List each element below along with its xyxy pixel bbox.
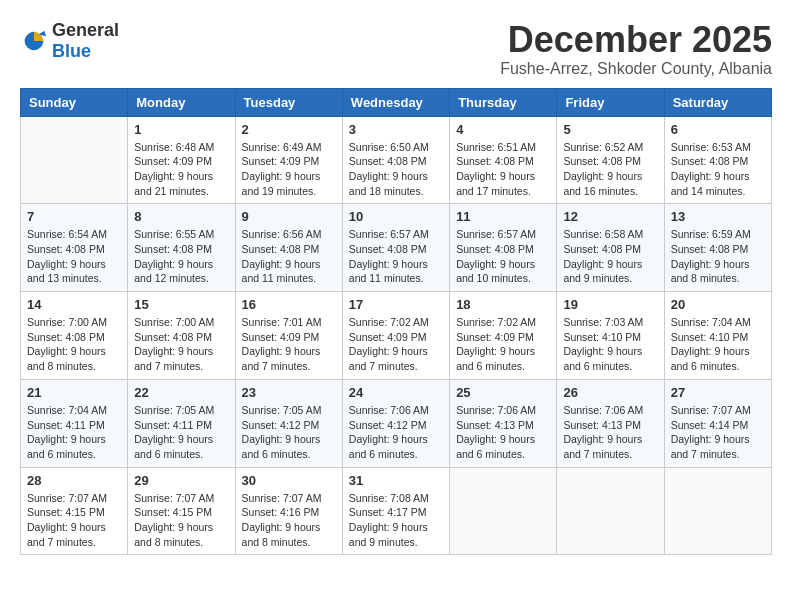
day-number: 22 [134,385,228,400]
logo-blue: Blue [52,41,91,61]
table-row: 6Sunrise: 6:53 AM Sunset: 4:08 PM Daylig… [664,116,771,204]
day-number: 31 [349,473,443,488]
day-info: Sunrise: 7:08 AM Sunset: 4:17 PM Dayligh… [349,491,443,550]
table-row: 21Sunrise: 7:04 AM Sunset: 4:11 PM Dayli… [21,379,128,467]
table-row: 23Sunrise: 7:05 AM Sunset: 4:12 PM Dayli… [235,379,342,467]
day-number: 25 [456,385,550,400]
month-title: December 2025 [500,20,772,60]
table-row: 13Sunrise: 6:59 AM Sunset: 4:08 PM Dayli… [664,204,771,292]
table-row: 2Sunrise: 6:49 AM Sunset: 4:09 PM Daylig… [235,116,342,204]
day-number: 26 [563,385,657,400]
day-number: 23 [242,385,336,400]
day-number: 30 [242,473,336,488]
table-row [557,467,664,555]
day-info: Sunrise: 6:49 AM Sunset: 4:09 PM Dayligh… [242,140,336,199]
day-number: 13 [671,209,765,224]
day-info: Sunrise: 7:07 AM Sunset: 4:15 PM Dayligh… [27,491,121,550]
logo-general: General [52,20,119,40]
day-info: Sunrise: 6:48 AM Sunset: 4:09 PM Dayligh… [134,140,228,199]
day-info: Sunrise: 7:00 AM Sunset: 4:08 PM Dayligh… [27,315,121,374]
day-info: Sunrise: 6:59 AM Sunset: 4:08 PM Dayligh… [671,227,765,286]
day-number: 6 [671,122,765,137]
calendar-week-3: 14Sunrise: 7:00 AM Sunset: 4:08 PM Dayli… [21,292,772,380]
location-title: Fushe-Arrez, Shkoder County, Albania [500,60,772,78]
table-row: 4Sunrise: 6:51 AM Sunset: 4:08 PM Daylig… [450,116,557,204]
table-row [450,467,557,555]
table-row: 5Sunrise: 6:52 AM Sunset: 4:08 PM Daylig… [557,116,664,204]
table-row: 14Sunrise: 7:00 AM Sunset: 4:08 PM Dayli… [21,292,128,380]
title-area: December 2025 Fushe-Arrez, Shkoder Count… [500,20,772,78]
table-row: 9Sunrise: 6:56 AM Sunset: 4:08 PM Daylig… [235,204,342,292]
day-info: Sunrise: 7:06 AM Sunset: 4:13 PM Dayligh… [563,403,657,462]
day-number: 24 [349,385,443,400]
table-row: 11Sunrise: 6:57 AM Sunset: 4:08 PM Dayli… [450,204,557,292]
day-number: 17 [349,297,443,312]
day-info: Sunrise: 6:57 AM Sunset: 4:08 PM Dayligh… [456,227,550,286]
header: General Blue December 2025 Fushe-Arrez, … [20,20,772,78]
header-tuesday: Tuesday [235,88,342,116]
header-friday: Friday [557,88,664,116]
day-info: Sunrise: 6:57 AM Sunset: 4:08 PM Dayligh… [349,227,443,286]
day-info: Sunrise: 7:02 AM Sunset: 4:09 PM Dayligh… [349,315,443,374]
day-info: Sunrise: 6:50 AM Sunset: 4:08 PM Dayligh… [349,140,443,199]
day-info: Sunrise: 7:01 AM Sunset: 4:09 PM Dayligh… [242,315,336,374]
day-number: 7 [27,209,121,224]
table-row [21,116,128,204]
logo: General Blue [20,20,119,62]
header-saturday: Saturday [664,88,771,116]
table-row: 15Sunrise: 7:00 AM Sunset: 4:08 PM Dayli… [128,292,235,380]
table-row: 3Sunrise: 6:50 AM Sunset: 4:08 PM Daylig… [342,116,449,204]
day-number: 8 [134,209,228,224]
logo-icon [20,27,48,55]
table-row: 27Sunrise: 7:07 AM Sunset: 4:14 PM Dayli… [664,379,771,467]
day-info: Sunrise: 7:07 AM Sunset: 4:15 PM Dayligh… [134,491,228,550]
header-wednesday: Wednesday [342,88,449,116]
table-row: 8Sunrise: 6:55 AM Sunset: 4:08 PM Daylig… [128,204,235,292]
logo-text: General Blue [52,20,119,62]
day-number: 2 [242,122,336,137]
day-info: Sunrise: 7:03 AM Sunset: 4:10 PM Dayligh… [563,315,657,374]
day-info: Sunrise: 7:02 AM Sunset: 4:09 PM Dayligh… [456,315,550,374]
table-row: 10Sunrise: 6:57 AM Sunset: 4:08 PM Dayli… [342,204,449,292]
day-number: 4 [456,122,550,137]
calendar-week-1: 1Sunrise: 6:48 AM Sunset: 4:09 PM Daylig… [21,116,772,204]
day-info: Sunrise: 6:55 AM Sunset: 4:08 PM Dayligh… [134,227,228,286]
table-row: 31Sunrise: 7:08 AM Sunset: 4:17 PM Dayli… [342,467,449,555]
day-number: 29 [134,473,228,488]
day-info: Sunrise: 6:51 AM Sunset: 4:08 PM Dayligh… [456,140,550,199]
table-row: 26Sunrise: 7:06 AM Sunset: 4:13 PM Dayli… [557,379,664,467]
table-row [664,467,771,555]
day-number: 12 [563,209,657,224]
day-number: 19 [563,297,657,312]
table-row: 1Sunrise: 6:48 AM Sunset: 4:09 PM Daylig… [128,116,235,204]
table-row: 24Sunrise: 7:06 AM Sunset: 4:12 PM Dayli… [342,379,449,467]
table-row: 17Sunrise: 7:02 AM Sunset: 4:09 PM Dayli… [342,292,449,380]
table-row: 18Sunrise: 7:02 AM Sunset: 4:09 PM Dayli… [450,292,557,380]
table-row: 25Sunrise: 7:06 AM Sunset: 4:13 PM Dayli… [450,379,557,467]
day-info: Sunrise: 7:00 AM Sunset: 4:08 PM Dayligh… [134,315,228,374]
calendar-table: Sunday Monday Tuesday Wednesday Thursday… [20,88,772,556]
calendar-week-5: 28Sunrise: 7:07 AM Sunset: 4:15 PM Dayli… [21,467,772,555]
day-number: 5 [563,122,657,137]
calendar-header-row: Sunday Monday Tuesday Wednesday Thursday… [21,88,772,116]
day-number: 14 [27,297,121,312]
day-number: 20 [671,297,765,312]
day-number: 15 [134,297,228,312]
day-number: 10 [349,209,443,224]
day-number: 16 [242,297,336,312]
day-info: Sunrise: 7:05 AM Sunset: 4:12 PM Dayligh… [242,403,336,462]
day-info: Sunrise: 7:04 AM Sunset: 4:11 PM Dayligh… [27,403,121,462]
day-info: Sunrise: 7:06 AM Sunset: 4:13 PM Dayligh… [456,403,550,462]
header-monday: Monday [128,88,235,116]
table-row: 19Sunrise: 7:03 AM Sunset: 4:10 PM Dayli… [557,292,664,380]
calendar-week-2: 7Sunrise: 6:54 AM Sunset: 4:08 PM Daylig… [21,204,772,292]
table-row: 7Sunrise: 6:54 AM Sunset: 4:08 PM Daylig… [21,204,128,292]
table-row: 22Sunrise: 7:05 AM Sunset: 4:11 PM Dayli… [128,379,235,467]
table-row: 29Sunrise: 7:07 AM Sunset: 4:15 PM Dayli… [128,467,235,555]
day-number: 18 [456,297,550,312]
table-row: 12Sunrise: 6:58 AM Sunset: 4:08 PM Dayli… [557,204,664,292]
header-thursday: Thursday [450,88,557,116]
day-info: Sunrise: 6:58 AM Sunset: 4:08 PM Dayligh… [563,227,657,286]
day-number: 27 [671,385,765,400]
day-info: Sunrise: 6:54 AM Sunset: 4:08 PM Dayligh… [27,227,121,286]
